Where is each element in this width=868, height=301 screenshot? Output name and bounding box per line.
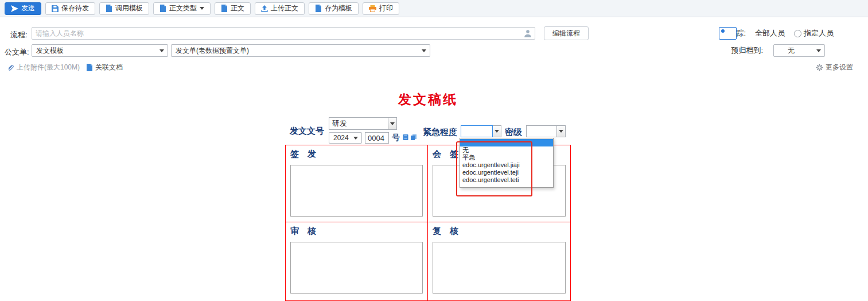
process-label: 流程: — [10, 30, 28, 40]
urgency-option-pingji[interactable]: 平急 — [460, 154, 553, 161]
prearchive-select-value: 无 — [788, 46, 795, 56]
upload-body-button[interactable]: 上传正文 — [255, 2, 305, 15]
chevron-down-icon — [816, 49, 821, 52]
document-icon — [315, 5, 322, 12]
recheck-cell: 复 核 — [428, 222, 570, 300]
sign-label: 签 发 — [290, 149, 423, 160]
printer-icon — [369, 5, 376, 12]
serial-unit-label: 号 — [392, 133, 400, 143]
sign-box[interactable] — [290, 165, 423, 217]
gear-icon — [816, 64, 823, 71]
security-combo — [526, 125, 566, 137]
prearchive-group: 预归档到: 无 — [731, 44, 825, 57]
save-as-template-label: 存为模板 — [325, 3, 352, 13]
chevron-down-icon — [390, 122, 395, 125]
send-icon — [11, 5, 18, 12]
more-settings-link[interactable]: 更多设置 — [816, 63, 853, 72]
chevron-down-icon — [495, 130, 499, 133]
document-icon — [159, 5, 166, 12]
urgency-combo — [461, 125, 501, 137]
save-pending-button[interactable]: 保存待发 — [45, 2, 95, 15]
chevron-down-icon — [353, 137, 358, 140]
track-group: ✓ 跟踪: 全部人员 指定人员 — [719, 27, 834, 40]
urgency-option-teti[interactable]: edoc.urgentlevel.teti — [460, 176, 553, 184]
security-label: 密级 — [505, 127, 522, 138]
prearchive-select[interactable]: 无 — [773, 44, 825, 57]
document-icon — [221, 5, 228, 12]
urgency-dropdown-list: 无 平急 edoc.urgentlevel.jiaji edoc.urgentl… — [460, 138, 554, 188]
edit-process-button[interactable]: 编辑流程 — [544, 26, 589, 40]
track-all-radio[interactable] — [719, 27, 737, 40]
urgency-input[interactable] — [461, 125, 493, 137]
track-designated-radio[interactable] — [794, 30, 801, 37]
review-cell: 审 核 — [286, 222, 428, 300]
more-settings-label: 更多设置 — [826, 63, 853, 72]
prearchive-label: 预归档到: — [731, 45, 763, 56]
send-button[interactable]: 发送 — [5, 2, 41, 15]
document-icon — [106, 5, 112, 12]
doc-dept-combo: 研发 — [329, 117, 397, 130]
review-label: 审 核 — [290, 226, 423, 237]
year-select[interactable]: 2024 — [329, 132, 362, 144]
body-label: 正文 — [231, 3, 244, 13]
body-type-label: 正文类型 — [169, 3, 197, 13]
body-type-button[interactable]: 正文类型 — [153, 2, 211, 15]
form-select[interactable]: 发文单(老数据预置文单) — [171, 44, 430, 57]
recheck-label: 复 核 — [433, 226, 566, 237]
urgency-option-teji[interactable]: edoc.urgentlevel.teji — [460, 169, 553, 176]
chevron-down-icon — [200, 7, 204, 10]
sign-cell: 签 发 — [286, 145, 428, 222]
template-select-value: 发文模板 — [36, 46, 64, 56]
security-dropdown-button[interactable] — [557, 125, 566, 137]
save-pending-label: 保存待发 — [61, 3, 89, 13]
related-docs-link[interactable]: 关联文档 — [86, 63, 123, 72]
paper-title: 发文稿纸 — [285, 91, 571, 109]
send-button-label: 发送 — [21, 3, 35, 13]
form-select-value: 发文单(老数据预置文单) — [176, 46, 249, 56]
doc-number-label: 发文文号 — [290, 126, 324, 137]
save-icon — [52, 5, 59, 12]
process-input[interactable] — [32, 28, 520, 39]
upload-attachment-link[interactable]: 上传附件(最大100M) — [7, 63, 80, 72]
print-label: 打印 — [379, 3, 393, 13]
urgency-option-jiaji[interactable]: edoc.urgentlevel.jiaji — [460, 161, 553, 169]
recheck-box[interactable] — [433, 242, 566, 294]
serial-copy-icon[interactable] — [410, 134, 417, 141]
call-template-button[interactable]: 调用模板 — [99, 2, 149, 15]
upload-icon — [261, 5, 268, 12]
toolbar: 发送 保存待发 调用模板 正文类型 正文 上传正文 存 — [0, 0, 868, 17]
track-designated-label: 指定人员 — [804, 28, 834, 38]
upload-body-label: 上传正文 — [271, 3, 298, 13]
review-box[interactable] — [290, 242, 423, 294]
track-all-label: 全部人员 — [755, 28, 785, 38]
year-select-value: 2024 — [333, 134, 349, 142]
process-input-wrap — [32, 27, 535, 40]
chevron-down-icon — [422, 49, 426, 52]
doc-dept-dropdown-button[interactable] — [388, 117, 397, 130]
doc-dept-input[interactable]: 研发 — [329, 117, 388, 130]
security-input[interactable] — [526, 125, 557, 137]
related-doc-icon — [86, 64, 93, 71]
serial-book-icon[interactable] — [402, 134, 409, 141]
paperclip-icon — [7, 64, 14, 71]
body-button[interactable]: 正文 — [215, 2, 251, 15]
save-as-template-button[interactable]: 存为模板 — [309, 2, 359, 15]
upload-attachment-label: 上传附件(最大100M) — [17, 63, 80, 72]
template-select[interactable]: 发文模板 — [32, 44, 168, 57]
chevron-down-icon — [559, 130, 563, 133]
urgency-label: 紧急程度 — [423, 127, 457, 138]
related-docs-label: 关联文档 — [95, 63, 123, 72]
serial-input[interactable]: 0004 — [365, 132, 389, 144]
urgency-option-empty[interactable] — [460, 139, 553, 146]
call-template-label: 调用模板 — [115, 3, 143, 13]
urgency-option-none[interactable]: 无 — [460, 146, 553, 154]
urgency-dropdown-button[interactable] — [493, 125, 501, 137]
person-picker-icon[interactable] — [524, 29, 532, 39]
chevron-down-icon — [159, 49, 164, 52]
print-button[interactable]: 打印 — [363, 2, 399, 15]
